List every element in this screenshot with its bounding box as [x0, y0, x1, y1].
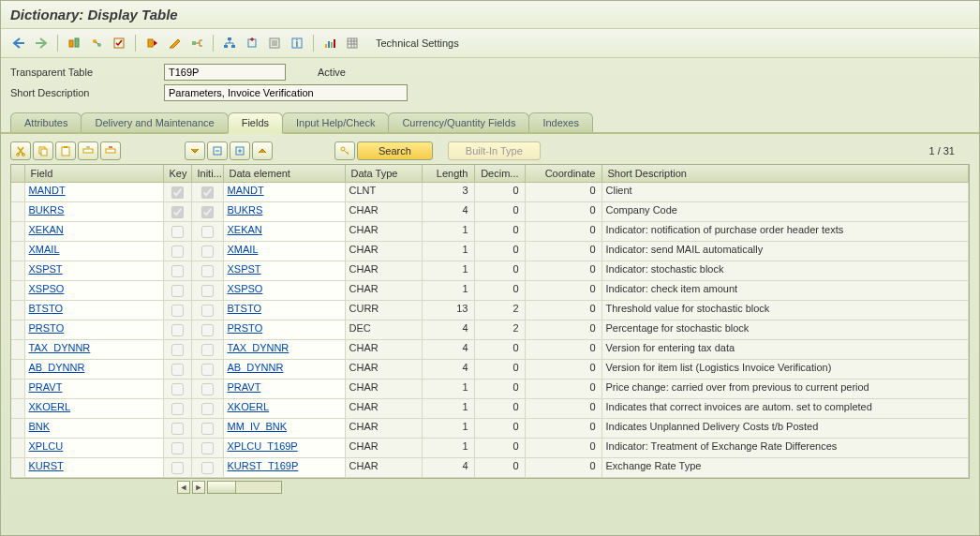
field-name-cell[interactable]: PRSTO [25, 320, 163, 339]
tab-fields[interactable]: Fields [228, 112, 283, 134]
collapse-icon[interactable] [252, 141, 273, 160]
technical-settings-label[interactable]: Technical Settings [376, 37, 459, 49]
init-checkbox[interactable] [191, 281, 223, 301]
data-element-cell[interactable]: MM_IV_BNK [224, 419, 345, 438]
col-decimals[interactable]: Decim... [474, 165, 525, 183]
back-icon[interactable] [8, 33, 29, 53]
insert-row-icon[interactable] [78, 141, 98, 160]
copy-icon[interactable] [33, 141, 53, 160]
key-checkbox[interactable] [163, 360, 191, 380]
cut-icon[interactable] [10, 141, 31, 160]
expand-all-icon[interactable] [185, 141, 205, 160]
short-desc-input[interactable] [164, 84, 408, 101]
field-name-cell[interactable]: XPLCU [25, 439, 163, 457]
field-name-cell[interactable]: XSPSO [25, 281, 163, 300]
init-checkbox[interactable] [191, 380, 223, 399]
forward-icon[interactable] [31, 33, 52, 53]
field-name-cell[interactable]: AB_DYNNR [25, 360, 163, 379]
data-element-cell[interactable]: XSPSO [224, 281, 345, 300]
key-checkbox[interactable] [163, 419, 191, 439]
row-handle[interactable] [11, 380, 24, 399]
row-handle[interactable] [11, 261, 24, 281]
data-element-cell[interactable]: BUKRS [224, 202, 345, 221]
col-data-type[interactable]: Data Type [345, 165, 422, 183]
field-name-cell[interactable]: XMAIL [25, 242, 163, 261]
col-length[interactable]: Length [422, 165, 474, 183]
horizontal-scrollbar[interactable]: ◄ ► [10, 479, 970, 496]
key-checkbox[interactable] [163, 340, 191, 360]
row-handle[interactable] [11, 399, 24, 419]
col-short-desc[interactable]: Short Description [601, 165, 969, 183]
data-element-cell[interactable]: XEKAN [224, 222, 345, 241]
init-checkbox[interactable] [191, 439, 223, 458]
key-checkbox[interactable] [163, 242, 191, 261]
field-name-cell[interactable]: BTSTO [25, 301, 163, 320]
table-icon[interactable] [342, 33, 363, 53]
field-name-cell[interactable]: BUKRS [25, 202, 163, 221]
row-handle[interactable] [11, 360, 24, 380]
expand-icon[interactable] [230, 141, 250, 160]
row-handle[interactable] [11, 458, 24, 478]
key-checkbox[interactable] [163, 183, 191, 202]
data-element-cell[interactable]: MANDT [224, 183, 345, 201]
key-checkbox[interactable] [163, 380, 191, 399]
data-element-cell[interactable]: TAX_DYNNR [224, 340, 345, 359]
scroll-right-icon[interactable]: ► [192, 481, 205, 494]
tab-inputhelp[interactable]: Input Help/Check [282, 112, 389, 132]
init-checkbox[interactable] [191, 458, 223, 478]
key-checkbox[interactable] [163, 320, 191, 340]
key-checkbox[interactable] [163, 399, 191, 419]
field-name-cell[interactable]: MANDT [25, 183, 163, 201]
field-name-cell[interactable]: BNK [25, 419, 163, 438]
data-element-cell[interactable]: XMAIL [224, 242, 345, 261]
init-checkbox[interactable] [191, 183, 223, 202]
activate-icon[interactable] [141, 33, 162, 53]
data-element-cell[interactable]: AB_DYNNR [224, 360, 345, 379]
col-init[interactable]: Initi... [191, 165, 223, 183]
key-checkbox[interactable] [163, 301, 191, 320]
init-checkbox[interactable] [191, 360, 223, 380]
check-icon[interactable] [109, 33, 129, 53]
row-handle[interactable] [11, 340, 24, 360]
init-checkbox[interactable] [191, 399, 223, 419]
contents-icon[interactable] [264, 33, 285, 53]
init-checkbox[interactable] [191, 320, 223, 340]
graphic-icon[interactable] [319, 33, 340, 53]
field-name-cell[interactable]: TAX_DYNNR [25, 340, 163, 359]
field-name-cell[interactable]: PRAVT [25, 380, 163, 398]
tab-attributes[interactable]: Attributes [10, 112, 82, 132]
row-handle[interactable] [11, 320, 24, 340]
row-handle[interactable] [11, 242, 24, 261]
tab-delivery[interactable]: Delivery and Maintenance [81, 112, 228, 132]
data-element-cell[interactable]: PRAVT [224, 380, 345, 398]
init-checkbox[interactable] [191, 419, 223, 439]
row-handle[interactable] [11, 281, 24, 301]
key-icon[interactable] [334, 141, 355, 160]
key-checkbox[interactable] [163, 261, 191, 281]
init-checkbox[interactable] [191, 242, 223, 261]
data-element-cell[interactable]: XPLCU_T169P [224, 439, 345, 457]
data-element-cell[interactable]: KURST_T169P [224, 458, 345, 477]
key-checkbox[interactable] [163, 222, 191, 242]
row-handle[interactable] [11, 222, 24, 242]
data-element-cell[interactable]: XKOERL [224, 399, 345, 418]
paste-icon[interactable] [55, 141, 76, 160]
where-used-icon[interactable] [186, 33, 207, 53]
data-element-cell[interactable]: BTSTO [224, 301, 345, 320]
scroll-thumb[interactable] [208, 482, 236, 493]
data-element-cell[interactable]: PRSTO [224, 320, 345, 339]
row-handle[interactable] [11, 419, 24, 439]
init-checkbox[interactable] [191, 261, 223, 281]
col-key[interactable]: Key [163, 165, 191, 183]
col-data-element[interactable]: Data element [223, 165, 345, 183]
delete-row-icon[interactable] [100, 141, 121, 160]
collapse-all-icon[interactable] [207, 141, 228, 160]
row-handle[interactable] [11, 439, 24, 458]
other-object-icon[interactable] [86, 33, 107, 53]
init-checkbox[interactable] [191, 222, 223, 242]
scroll-left-icon[interactable]: ◄ [177, 481, 190, 494]
scroll-track[interactable] [207, 481, 282, 494]
select-all-handle[interactable] [11, 165, 24, 183]
field-name-cell[interactable]: KURST [25, 458, 163, 477]
table-name-input[interactable] [164, 64, 286, 81]
